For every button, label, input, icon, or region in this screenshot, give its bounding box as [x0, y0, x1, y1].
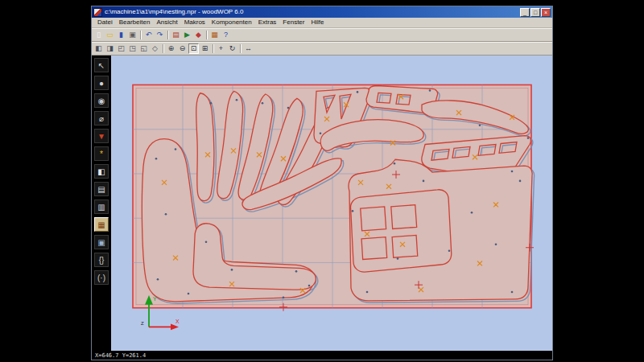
- nesting-canvas[interactable]: Y X Z: [111, 56, 552, 351]
- machine-run-icon[interactable]: ◆: [193, 30, 204, 40]
- component-tool-glyph: ◧: [97, 167, 105, 176]
- open-file-glyph: ▭: [106, 30, 114, 40]
- window-controls: _□×: [520, 8, 551, 17]
- window-title: c:\machine1\a1\mp4\nesting.npr - woodWOP…: [105, 6, 518, 18]
- toolbar-separator: [240, 44, 241, 53]
- measure-glyph: ↔: [245, 43, 252, 54]
- menu-item-hilfe[interactable]: Hilfe: [308, 18, 327, 27]
- save-file-icon[interactable]: ▮: [116, 30, 126, 40]
- menu-item-extras[interactable]: Extras: [255, 18, 280, 27]
- report-tool-glyph: ▥: [97, 203, 105, 212]
- tool-sidebar: ↖●◉⌀▼*◧▤▥▦▣{}(·): [92, 56, 111, 351]
- select-tool-icon[interactable]: ↖: [94, 58, 109, 72]
- menu-item-komponenten[interactable]: Komponenten: [208, 18, 255, 27]
- toolbar-separator: [206, 31, 207, 39]
- menu-item-bearbeiten[interactable]: Bearbeiten: [116, 18, 154, 27]
- cursor-coordinates: X=646.7 Y=261.4: [95, 352, 146, 359]
- maximize-button[interactable]: □: [530, 8, 540, 17]
- title-bar[interactable]: c:\machine1\a1\mp4\nesting.npr - woodWOP…: [92, 6, 552, 18]
- menu-item-datei[interactable]: Datei: [94, 18, 116, 27]
- canvas-area: Y X Z: [111, 56, 552, 351]
- zoom-in-glyph: ⊕: [168, 43, 175, 54]
- toolbar-view: ◧◨◰◳◱◇⊕⊖⊡⊞+↻↔: [92, 42, 552, 56]
- pan-glyph: +: [219, 43, 223, 54]
- redo-glyph: ↷: [157, 30, 163, 40]
- view-side-glyph: ◳: [129, 43, 136, 54]
- toolbar-separator: [163, 44, 163, 53]
- nesting-tool-glyph: ▦: [97, 220, 105, 229]
- parts-list-tool-glyph: ▣: [97, 238, 105, 247]
- undo-icon[interactable]: ↶: [143, 30, 154, 40]
- view-side-icon[interactable]: ◳: [127, 43, 138, 54]
- print-glyph: ▣: [129, 30, 136, 40]
- axis-z-label: Z: [141, 321, 144, 326]
- mpr-editor-icon[interactable]: ▤: [171, 30, 181, 40]
- zoom-fit-glyph: ⊞: [202, 43, 208, 54]
- undo-glyph: ↶: [146, 30, 152, 40]
- print-icon[interactable]: ▣: [127, 30, 138, 40]
- parts-list-tool-icon[interactable]: ▣: [94, 235, 109, 249]
- drilling-tool-glyph: ●: [99, 79, 104, 88]
- simulation-icon[interactable]: ▶: [182, 30, 192, 40]
- variables-tool-icon[interactable]: {}: [94, 253, 109, 267]
- window-layout-icon[interactable]: ◧: [93, 43, 104, 54]
- app-icon: [93, 8, 102, 17]
- new-file-glyph: ▯: [97, 30, 101, 40]
- pan-icon[interactable]: +: [216, 43, 226, 54]
- mpr-editor-glyph: ▤: [172, 30, 180, 40]
- comment-tool-icon[interactable]: (·): [94, 270, 109, 285]
- drilling-tool-icon[interactable]: ●: [94, 76, 109, 90]
- sawing-tool-icon[interactable]: ◉: [94, 93, 109, 108]
- menu-item-makros[interactable]: Makros: [181, 18, 208, 27]
- app-body: ↖●◉⌀▼*◧▤▥▦▣{}(·): [92, 56, 552, 351]
- nesting-tool-icon[interactable]: ▦: [94, 217, 109, 232]
- view-3d-glyph: ◇: [152, 43, 158, 54]
- component-tool-icon[interactable]: ◧: [94, 164, 109, 179]
- milling-tool-icon[interactable]: ▼: [94, 129, 109, 143]
- help-glyph: ?: [224, 30, 228, 40]
- measure-icon[interactable]: ↔: [243, 43, 254, 54]
- toolbar-separator: [167, 31, 168, 39]
- document-tool-icon[interactable]: ▤: [94, 182, 109, 196]
- window-split-glyph: ◨: [106, 43, 114, 54]
- comment-tool-glyph: (·): [97, 274, 105, 282]
- view-top-icon[interactable]: ◱: [138, 43, 149, 54]
- machine-run-glyph: ◆: [196, 30, 201, 40]
- nested-part[interactable]: [345, 185, 458, 276]
- settings-gear-glyph: *: [100, 150, 103, 158]
- routing-tool-glyph: ⌀: [99, 114, 104, 123]
- nesting-icon[interactable]: ▦: [209, 30, 220, 40]
- variables-tool-glyph: {}: [99, 256, 105, 265]
- zoom-fit-icon[interactable]: ⊞: [200, 43, 210, 54]
- sawing-tool-glyph: ◉: [98, 97, 105, 105]
- document-tool-glyph: ▤: [97, 185, 105, 194]
- routing-tool-icon[interactable]: ⌀: [94, 111, 109, 125]
- close-button[interactable]: ×: [541, 8, 551, 17]
- select-tool-glyph: ↖: [98, 61, 105, 70]
- zoom-out-icon[interactable]: ⊖: [177, 43, 188, 54]
- simulation-glyph: ▶: [184, 30, 190, 40]
- zoom-window-icon[interactable]: ⊡: [188, 43, 199, 54]
- nesting-glyph: ▦: [211, 30, 218, 40]
- report-tool-icon[interactable]: ▥: [94, 200, 109, 214]
- minimize-button[interactable]: _: [520, 8, 530, 17]
- toolbar-separator: [140, 31, 141, 39]
- axis-x-label: X: [175, 319, 180, 324]
- menu-item-ansicht[interactable]: Ansicht: [153, 18, 180, 27]
- window-split-icon[interactable]: ◨: [105, 43, 115, 54]
- open-file-icon[interactable]: ▭: [105, 30, 115, 40]
- save-file-glyph: ▮: [119, 30, 123, 40]
- view-top-glyph: ◱: [140, 43, 147, 54]
- view-3d-icon[interactable]: ◇: [150, 43, 160, 54]
- redo-icon[interactable]: ↷: [155, 30, 165, 40]
- settings-gear-icon[interactable]: *: [94, 146, 109, 161]
- toolbar-separator: [213, 44, 213, 53]
- new-file-icon[interactable]: ▯: [93, 30, 104, 40]
- menu-bar: DateiBearbeitenAnsichtMakrosKomponentenE…: [92, 18, 552, 28]
- menu-item-fenster[interactable]: Fenster: [279, 18, 308, 27]
- view-front-icon[interactable]: ◰: [116, 43, 126, 54]
- redraw-icon[interactable]: ↻: [227, 43, 237, 54]
- help-icon[interactable]: ?: [221, 30, 231, 40]
- zoom-window-glyph: ⊡: [191, 43, 197, 54]
- zoom-in-icon[interactable]: ⊕: [166, 43, 176, 54]
